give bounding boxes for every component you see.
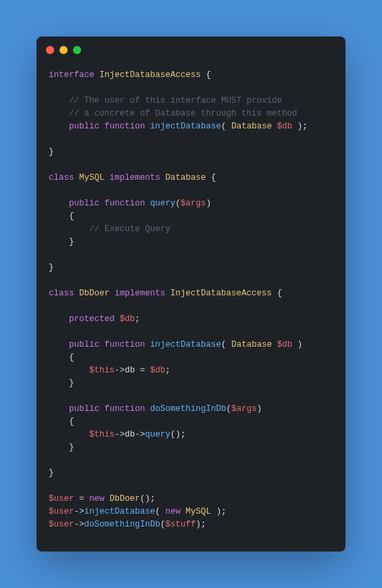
token-kw: class xyxy=(49,289,74,298)
token-pun: ( xyxy=(176,199,181,208)
code-line: $this->db = $db; xyxy=(49,364,333,377)
code-line: } xyxy=(49,377,333,390)
token-pun: ); xyxy=(196,520,206,529)
token-pun: ( xyxy=(156,507,166,516)
token-pun xyxy=(49,96,69,105)
token-pun xyxy=(95,70,100,80)
token-pun xyxy=(49,314,69,324)
zoom-icon[interactable] xyxy=(73,46,81,54)
token-kw: class xyxy=(49,173,74,182)
token-pun: } xyxy=(49,468,54,478)
token-typ: Database xyxy=(231,122,272,131)
token-pun xyxy=(49,340,69,349)
token-pun xyxy=(145,404,151,414)
token-var: $user xyxy=(49,494,74,504)
token-pun: { xyxy=(49,212,74,221)
token-op: -> xyxy=(74,520,85,529)
code-line: // Execute Query xyxy=(49,223,333,236)
token-op: -> xyxy=(115,430,125,439)
token-pun xyxy=(85,494,90,504)
token-var: $this xyxy=(89,430,115,439)
minimize-icon[interactable] xyxy=(59,46,68,54)
token-var: $stuff xyxy=(166,520,196,529)
token-op: = xyxy=(140,366,145,375)
token-typ: MySQL xyxy=(79,173,105,182)
token-pun xyxy=(272,122,277,131)
token-kw: function xyxy=(105,199,145,208)
token-pun xyxy=(49,109,69,118)
token-op: -> xyxy=(115,366,125,375)
token-typ: DbDoer xyxy=(79,289,110,298)
token-pun: db xyxy=(125,366,141,375)
token-kw: function xyxy=(105,122,145,131)
token-cmt: // The user of this interface MUST provi… xyxy=(69,96,282,105)
token-kw: public xyxy=(69,404,99,414)
code-line xyxy=(49,249,333,262)
token-pun xyxy=(110,289,115,298)
code-line xyxy=(49,133,333,146)
token-pun: } xyxy=(49,147,54,157)
code-window: interface InjectDatabaseAccess { // The … xyxy=(37,36,345,552)
close-icon[interactable] xyxy=(46,46,54,54)
code-line xyxy=(49,300,333,313)
token-pun: ( xyxy=(226,404,232,414)
token-pun xyxy=(49,224,89,234)
token-pun: ) xyxy=(206,199,212,208)
token-kw: function xyxy=(105,404,145,414)
token-pun xyxy=(145,199,151,208)
token-pun xyxy=(49,122,69,131)
token-pun xyxy=(105,173,110,182)
code-line xyxy=(49,390,333,403)
token-pun: } xyxy=(49,378,74,388)
token-var: $db xyxy=(150,366,166,375)
code-line: // The user of this interface MUST provi… xyxy=(49,95,333,107)
token-pun xyxy=(49,430,89,439)
code-line: { xyxy=(49,416,333,428)
token-fn: query xyxy=(145,430,171,439)
token-fn: injectDatabase xyxy=(85,507,156,516)
token-kw: new xyxy=(89,494,105,504)
token-pun xyxy=(115,314,120,324)
token-var: $user xyxy=(49,520,74,529)
token-pun xyxy=(74,494,80,504)
token-pun: ) xyxy=(257,404,262,414)
token-pun: (); xyxy=(170,430,186,439)
code-block: interface InjectDatabaseAccess { // The … xyxy=(37,54,345,543)
token-pun xyxy=(74,173,80,182)
code-line xyxy=(49,454,333,467)
token-pun xyxy=(74,289,80,298)
token-op: -> xyxy=(74,507,85,516)
token-pun: ); xyxy=(211,507,226,516)
code-line xyxy=(49,274,333,287)
token-fn: doSomethingInDb xyxy=(150,404,226,414)
token-pun xyxy=(145,340,151,349)
token-op: -> xyxy=(135,430,145,439)
token-fn: query xyxy=(150,199,176,208)
code-line xyxy=(49,159,333,172)
token-pun xyxy=(99,404,105,414)
token-pun xyxy=(145,366,151,375)
token-var: $this xyxy=(89,366,115,375)
token-pun: db xyxy=(125,430,135,439)
token-pun xyxy=(99,340,105,349)
token-kw: interface xyxy=(49,70,95,80)
code-line: { xyxy=(49,210,333,223)
token-kw: public xyxy=(69,199,99,208)
code-line: class MySQL implements Database { xyxy=(49,172,333,185)
token-pun xyxy=(272,340,277,349)
token-var: $user xyxy=(49,507,74,516)
code-line: $user->injectDatabase( new MySQL ); xyxy=(49,506,333,518)
code-line: $user->doSomethingInDb($stuff); xyxy=(49,518,333,531)
token-kw: public xyxy=(69,122,99,131)
token-var: $args xyxy=(181,199,206,208)
token-typ: Database xyxy=(231,340,272,349)
code-line: } xyxy=(49,146,333,159)
code-line: interface InjectDatabaseAccess { xyxy=(49,69,333,82)
window-titlebar xyxy=(37,36,345,54)
code-line xyxy=(49,326,333,339)
token-kw: protected xyxy=(69,314,115,324)
token-pun xyxy=(99,199,105,208)
token-cmt: // Execute Query xyxy=(89,224,170,234)
token-pun xyxy=(166,289,171,298)
token-pun xyxy=(145,122,151,131)
